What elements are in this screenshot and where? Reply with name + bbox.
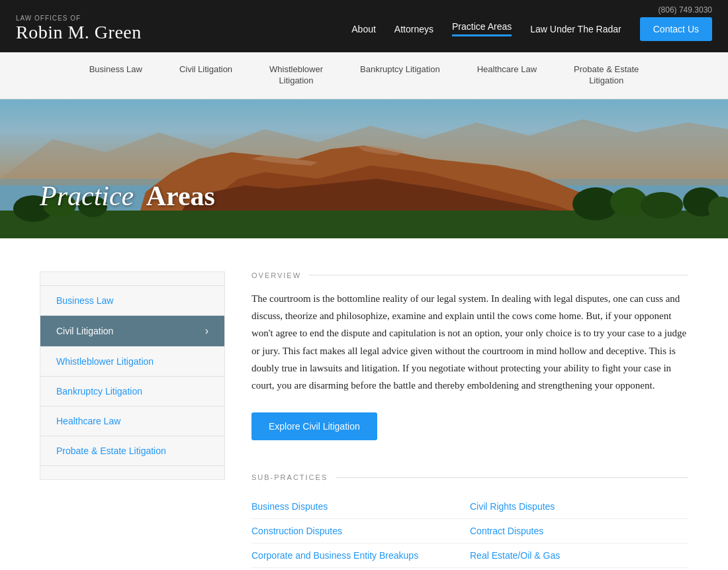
nav-attorneys[interactable]: Attorneys — [394, 24, 433, 34]
hero-landscape-svg — [0, 99, 728, 238]
sub-practice-construction-disputes[interactable]: Construction Disputes — [251, 519, 470, 544]
hero-title-italic: Practice — [40, 181, 134, 211]
sidebar: Business Law Civil Litigation › Whistleb… — [40, 271, 225, 480]
logo-name[interactable]: Robin M. Green — [16, 22, 142, 43]
sec-nav-whistleblower[interactable]: Whistleblower Litigation — [251, 52, 341, 99]
sub-practice-civil-rights[interactable]: Civil Rights Disputes — [470, 495, 688, 519]
sub-practice-contract-disputes[interactable]: Contract Disputes — [470, 519, 688, 544]
main-nav-row: LAW OFFICES OF Robin M. Green About Atto… — [0, 15, 728, 52]
phone-row: (806) 749.3030 — [0, 0, 728, 15]
sidebar-item-business-law[interactable]: Business Law — [40, 285, 224, 316]
overview-body: The courtroom is the bottomline reality … — [251, 290, 688, 395]
sidebar-item-whistleblower[interactable]: Whistleblower Litigation — [40, 347, 224, 377]
sub-practice-corporate-breakups[interactable]: Corporate and Business Entity Breakups — [251, 544, 470, 568]
hero-banner: Practice Areas — [0, 99, 728, 238]
sub-practice-real-estate[interactable]: Real Estate/Oil & Gas — [470, 544, 688, 568]
sub-practices-right-col: Civil Rights Disputes Contract Disputes … — [470, 495, 688, 568]
sidebar-item-civil-litigation[interactable]: Civil Litigation › — [40, 316, 224, 347]
sec-nav-probate[interactable]: Probate & Estate Litigation — [555, 52, 657, 99]
sec-nav-healthcare[interactable]: Healthcare Law — [459, 52, 555, 99]
law-offices-label: LAW OFFICES OF — [16, 15, 142, 22]
sidebar-item-bankruptcy[interactable]: Bankruptcy Litigation — [40, 377, 224, 406]
svg-rect-17 — [0, 99, 728, 238]
overview-label: OVERVIEW — [251, 271, 688, 279]
content-area: Business Law Civil Litigation › Whistleb… — [0, 238, 728, 570]
sidebar-item-probate[interactable]: Probate & Estate Litigation — [40, 436, 224, 466]
top-section: (806) 749.3030 LAW OFFICES OF Robin M. G… — [0, 0, 728, 52]
nav-about[interactable]: About — [351, 24, 376, 34]
logo-area: LAW OFFICES OF Robin M. Green — [16, 15, 142, 43]
chevron-right-icon: › — [205, 325, 208, 337]
nav-practice-areas[interactable]: Practice Areas — [452, 21, 512, 36]
sub-practices-grid: Business Disputes Construction Disputes … — [251, 495, 688, 568]
nav-law-under-radar[interactable]: Law Under The Radar — [530, 24, 621, 34]
sec-nav-civil-litigation[interactable]: Civil Litigation — [161, 52, 251, 99]
sub-practices-label: SUB-PRACTICES — [251, 473, 688, 481]
main-content: OVERVIEW The courtroom is the bottomline… — [251, 271, 688, 569]
hero-title-normal: Areas — [146, 181, 215, 211]
contact-button[interactable]: Contact Us — [640, 17, 712, 41]
sec-nav-bankruptcy[interactable]: Bankruptcy Litigation — [341, 52, 459, 99]
hero-title: Practice Areas — [40, 180, 215, 212]
sub-practice-business-disputes[interactable]: Business Disputes — [251, 495, 470, 519]
sidebar-item-healthcare[interactable]: Healthcare Law — [40, 406, 224, 436]
top-nav: About Attorneys Practice Areas Law Under… — [351, 21, 621, 36]
secondary-nav: Business Law Civil Litigation Whistleblo… — [0, 52, 728, 99]
sec-nav-business-law[interactable]: Business Law — [71, 52, 161, 99]
sub-practices-left-col: Business Disputes Construction Disputes … — [251, 495, 470, 568]
phone-number: (806) 749.3030 — [659, 5, 712, 15]
explore-civil-litigation-button[interactable]: Explore Civil Litigation — [251, 412, 377, 440]
